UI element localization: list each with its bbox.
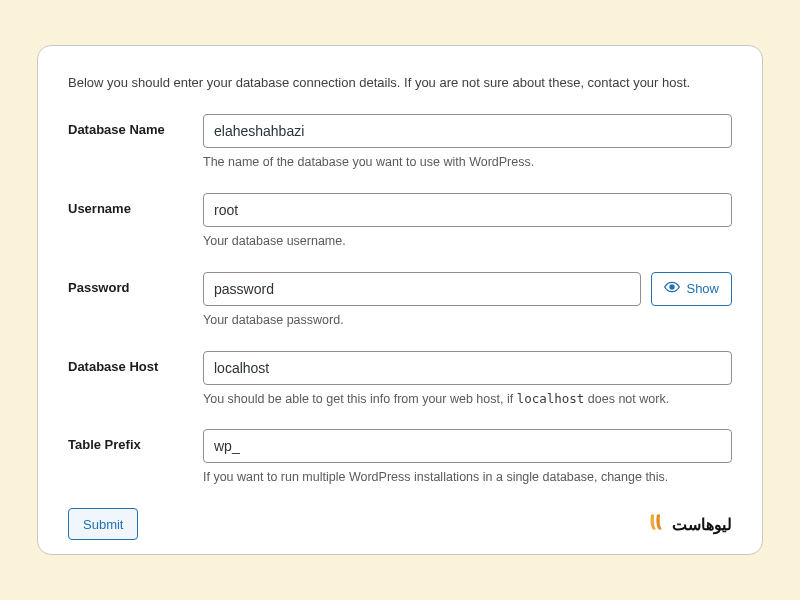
- show-password-button[interactable]: Show: [651, 272, 732, 306]
- username-input[interactable]: [203, 193, 732, 227]
- help-username: Your database username.: [203, 233, 732, 250]
- eye-icon: [664, 279, 680, 298]
- help-password: Your database password.: [203, 312, 732, 329]
- row-username: Username Your database username.: [68, 193, 732, 250]
- label-database-host: Database Host: [68, 351, 203, 374]
- svg-point-0: [670, 285, 674, 289]
- row-database-host: Database Host You should be able to get …: [68, 351, 732, 408]
- brand-logo: ليوهاست: [646, 512, 732, 536]
- row-table-prefix: Table Prefix If you want to run multiple…: [68, 429, 732, 486]
- label-table-prefix: Table Prefix: [68, 429, 203, 452]
- row-database-name: Database Name The name of the database y…: [68, 114, 732, 171]
- submit-button[interactable]: Submit: [68, 508, 138, 540]
- database-host-input[interactable]: [203, 351, 732, 385]
- form-actions: Submit ليوهاست: [68, 508, 732, 540]
- label-password: Password: [68, 272, 203, 295]
- help-database-name: The name of the database you want to use…: [203, 154, 732, 171]
- label-username: Username: [68, 193, 203, 216]
- intro-text: Below you should enter your database con…: [68, 74, 732, 92]
- password-input[interactable]: [203, 272, 641, 306]
- help-table-prefix: If you want to run multiple WordPress in…: [203, 469, 732, 486]
- table-prefix-input[interactable]: [203, 429, 732, 463]
- brand-text: ليوهاست: [672, 515, 732, 534]
- show-password-label: Show: [686, 281, 719, 296]
- row-password: Password Show Your database password.: [68, 272, 732, 329]
- brand-mark-icon: [646, 512, 666, 536]
- database-name-input[interactable]: [203, 114, 732, 148]
- help-database-host: You should be able to get this info from…: [203, 391, 732, 408]
- db-setup-panel: Below you should enter your database con…: [37, 45, 763, 556]
- label-database-name: Database Name: [68, 114, 203, 137]
